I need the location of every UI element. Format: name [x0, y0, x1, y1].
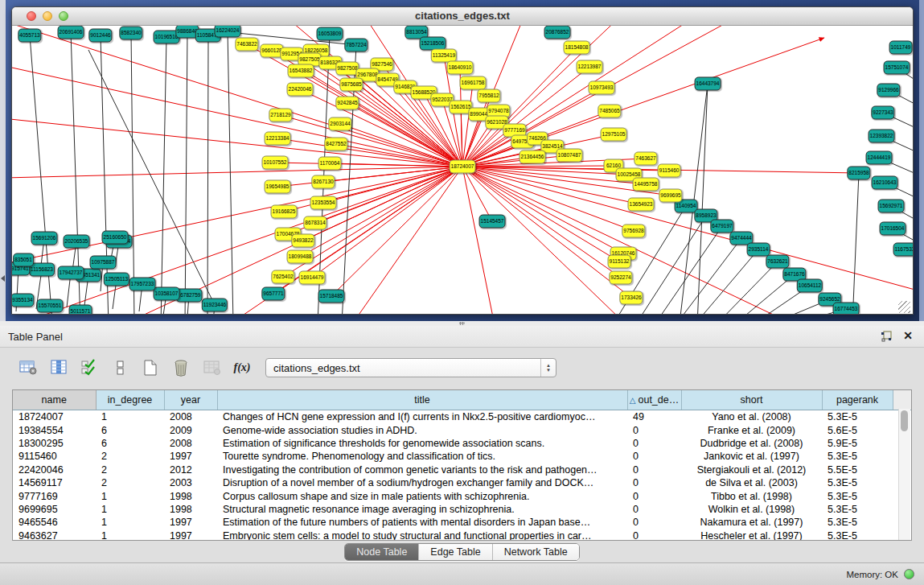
- show-columns-icon[interactable]: [47, 357, 71, 378]
- table-row[interactable]: 911546021997Tourette syndrome. Phenomeno…: [13, 450, 911, 463]
- network-canvas[interactable]: 4055713206914069012446858234010196516988…: [12, 26, 913, 315]
- graph-node[interactable]: 12975105: [601, 128, 627, 142]
- graph-node[interactable]: 9657771: [261, 287, 285, 301]
- graph-node[interactable]: 15570551: [37, 299, 64, 313]
- column-header-short[interactable]: short: [681, 390, 822, 410]
- graph-node[interactable]: 17957233: [129, 278, 156, 291]
- table-row[interactable]: 2242004622012Investigating the contribut…: [13, 463, 911, 476]
- graph-node[interactable]: 8427552: [324, 138, 347, 151]
- network-window-titlebar[interactable]: citations_edges.txt: [12, 7, 913, 26]
- table-row[interactable]: 1456911722003Disruption of a novel membe…: [13, 476, 911, 489]
- graph-node[interactable]: 9756928: [622, 225, 645, 238]
- memory-status-indicator[interactable]: [904, 569, 914, 579]
- table-row[interactable]: 1872400712008Changes of HCN gene express…: [13, 410, 911, 424]
- graph-node[interactable]: 18099488: [287, 250, 314, 264]
- graph-node[interactable]: 12353554: [310, 196, 337, 210]
- graph-node[interactable]: 15751074: [884, 61, 910, 75]
- graph-node[interactable]: 12213384: [265, 132, 291, 146]
- graph-node[interactable]: 9227343: [871, 106, 894, 120]
- graph-node[interactable]: 15718485: [318, 290, 345, 303]
- graph-node[interactable]: 9699695: [659, 189, 682, 203]
- graph-node[interactable]: 7463627: [634, 152, 657, 166]
- tab-edge-table[interactable]: Edge Table: [419, 544, 492, 560]
- table-row[interactable]: 1830029562008Estimation of significance …: [13, 437, 911, 450]
- table-settings-icon[interactable]: [16, 357, 40, 378]
- graph-node[interactable]: 12213987: [577, 60, 603, 74]
- column-header-out_de[interactable]: △out_de…: [627, 390, 681, 410]
- window-resize-grip[interactable]: [898, 301, 910, 313]
- graph-node[interactable]: 9252274: [609, 271, 632, 285]
- panel-collapse-arrow-icon[interactable]: [1, 275, 5, 282]
- scrollbar-thumb[interactable]: [901, 410, 908, 431]
- graph-node[interactable]: 20206535: [64, 235, 90, 249]
- graph-node[interactable]: 2903144: [328, 117, 351, 131]
- graph-node[interactable]: 16543882: [288, 64, 314, 78]
- graph-node[interactable]: 16224024: [215, 26, 241, 38]
- graph-node[interactable]: 9115460: [658, 164, 681, 178]
- graph-node[interactable]: 12505113: [104, 273, 129, 286]
- graph-node[interactable]: 2718129: [269, 109, 292, 122]
- graph-node[interactable]: 16782759: [176, 289, 203, 303]
- graph-node[interactable]: 9012446: [88, 29, 112, 43]
- graph-node[interactable]: 835051: [13, 253, 34, 267]
- function-builder-icon[interactable]: f(x): [230, 357, 254, 378]
- close-panel-icon[interactable]: ✕: [903, 329, 913, 342]
- graph-node[interactable]: 16774453: [833, 303, 860, 315]
- graph-node[interactable]: 22420046: [287, 83, 314, 97]
- delete-columns-trash-icon[interactable]: [169, 357, 193, 378]
- graph-node[interactable]: 14495758: [633, 178, 659, 192]
- graph-node[interactable]: 7857224: [344, 39, 368, 52]
- graph-node[interactable]: 16961758: [460, 76, 487, 90]
- graph-node[interactable]: 11923446: [202, 299, 228, 312]
- row-height-icon[interactable]: [108, 357, 132, 378]
- column-header-pagerank[interactable]: pagerank: [822, 390, 893, 410]
- graph-node[interactable]: 5011571: [69, 305, 92, 315]
- graph-node[interactable]: 10973493: [589, 81, 615, 95]
- graph-node[interactable]: 4055713: [18, 29, 41, 43]
- graph-node[interactable]: 1170064: [318, 157, 342, 171]
- graph-node[interactable]: 9355134: [12, 294, 35, 307]
- graph-node[interactable]: 8678314: [303, 216, 326, 230]
- create-column-icon[interactable]: [138, 357, 162, 378]
- graph-node[interactable]: 7625402: [271, 270, 294, 284]
- table-row[interactable]: 946554611997Estimation of the future num…: [13, 516, 911, 529]
- table-row[interactable]: 969969511998Structural magnetic resonanc…: [13, 503, 911, 516]
- graph-node[interactable]: 19654985: [265, 180, 291, 194]
- graph-node[interactable]: 16053809: [317, 27, 343, 41]
- column-header-title[interactable]: title: [217, 390, 627, 410]
- vertical-scrollbar[interactable]: [898, 409, 910, 540]
- graph-node[interactable]: 8267130: [311, 175, 335, 189]
- graph-node[interactable]: 16443794: [695, 77, 721, 91]
- graph-node[interactable]: 6479197: [710, 220, 733, 233]
- graph-node[interactable]: 12444419: [866, 151, 893, 165]
- graph-node[interactable]: 9493822: [291, 234, 314, 248]
- graph-node[interactable]: 25160650: [102, 231, 129, 245]
- graph-node[interactable]: 20691406: [58, 26, 84, 39]
- graph-node[interactable]: 21364456: [519, 150, 546, 164]
- column-header-year[interactable]: year: [164, 390, 217, 410]
- float-window-icon[interactable]: [881, 331, 892, 342]
- graph-node[interactable]: 10975887: [90, 256, 117, 270]
- graph-node[interactable]: 19166825: [271, 205, 298, 219]
- graph-node[interactable]: 16914479: [299, 271, 326, 285]
- graph-node[interactable]: 8582340: [119, 27, 142, 40]
- column-header-name[interactable]: name: [13, 390, 96, 410]
- select-columns-icon[interactable]: [77, 357, 101, 378]
- tab-node-table[interactable]: Node Table: [345, 544, 419, 560]
- graph-node[interactable]: 7463822: [235, 38, 258, 51]
- graph-node[interactable]: 17016504: [880, 222, 906, 236]
- graph-node[interactable]: 7632621: [766, 255, 789, 269]
- graph-node[interactable]: 8215958: [847, 167, 870, 180]
- graph-node[interactable]: 15691206: [31, 232, 58, 245]
- graph-node[interactable]: 16210643: [872, 176, 898, 190]
- graph-node[interactable]: 1167533: [893, 243, 913, 257]
- graph-node[interactable]: 9242845: [335, 97, 359, 110]
- graph-node[interactable]: 10358107: [154, 287, 180, 301]
- graph-node[interactable]: 7955812: [477, 89, 500, 103]
- graph-node[interactable]: 10654112: [797, 279, 823, 293]
- graph-node[interactable]: 9875685: [339, 78, 363, 92]
- graph-node[interactable]: 7485065: [598, 105, 621, 118]
- table-row[interactable]: 946362711997Embryonic stem cells: a mode…: [13, 529, 911, 541]
- table-selector-dropdown[interactable]: citations_edges.txt ▲▼: [265, 358, 556, 377]
- table-row[interactable]: 977716911998Corpus callosum shape and si…: [13, 489, 911, 502]
